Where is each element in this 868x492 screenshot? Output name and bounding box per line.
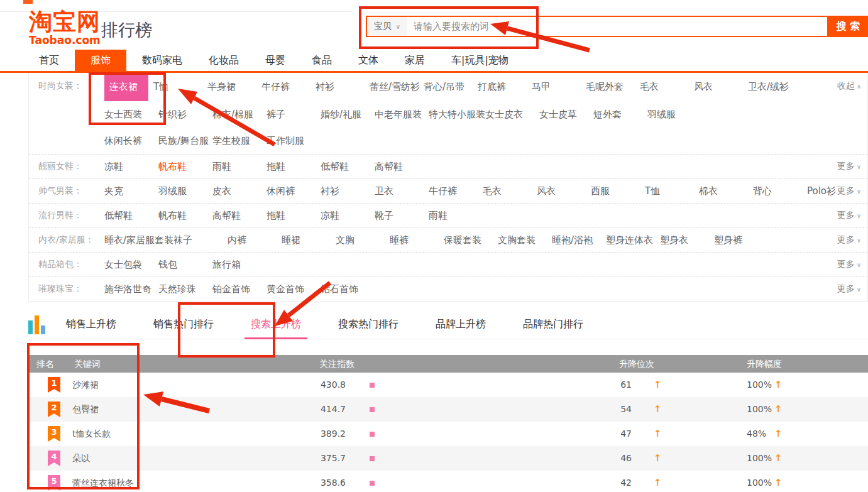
category-item[interactable]: 女士皮衣 [485,102,539,128]
category-item[interactable]: 卫衣 [375,180,429,203]
category-item[interactable]: 雨鞋 [429,204,483,227]
category-item[interactable]: 毛呢外套 [586,74,640,100]
category-item[interactable]: 休闲长裤 [104,128,158,154]
keyword-cell[interactable]: t恤女长款 [72,422,111,446]
taobao-logo[interactable]: 淘宝网 Taobao.com [29,10,101,46]
category-item[interactable]: 婚纱/礼服 [321,102,375,128]
category-item[interactable]: 施华洛世奇 [104,278,158,301]
category-item[interactable]: 睡衣/家居服套装 [104,229,173,252]
category-item[interactable]: 塑身连体衣 [606,229,660,252]
category-item[interactable]: 文胸 [336,229,390,252]
category-item[interactable]: 棉衣 [699,180,753,203]
table-row[interactable]: 5 蕾丝连衣裙秋冬 358.6 42 ↑ 100%↑ [28,471,868,492]
category-item[interactable]: 雨鞋 [212,155,266,178]
more-link[interactable]: 更多∨ [837,179,861,203]
category-item[interactable]: 夹克 [104,180,158,203]
nav-tab[interactable]: 车|玩具|宠物 [441,50,519,71]
category-item[interactable]: 靴子 [375,204,429,227]
category-item[interactable]: 袜子 [173,229,228,252]
keyword-cell[interactable]: 包臀裙 [72,397,99,422]
category-item[interactable]: 旅行箱 [212,253,266,276]
category-item[interactable]: 特大特小服装 [429,102,485,128]
category-item[interactable]: 塑身衣 [660,229,714,252]
category-item[interactable]: 睡裙 [282,229,336,252]
category-item[interactable]: 半身裙 [207,74,261,100]
category-item[interactable]: 工作制服 [266,128,321,154]
category-item[interactable]: 短外套 [593,102,647,128]
category-item[interactable]: 帆布鞋 [158,155,212,178]
search-button[interactable]: 搜 索 [828,16,868,37]
category-item[interactable]: 蕾丝/雪纺衫 [370,74,424,100]
category-item[interactable]: 女士西装 [104,102,158,128]
category-item[interactable]: 拖鞋 [266,155,321,178]
table-row[interactable]: 1 沙滩裙 430.8 61 ↑ 100%↑ [28,373,868,397]
category-item[interactable]: 卫衣/绒衫 [748,74,802,100]
nav-tab[interactable]: 数码家电 [131,50,193,71]
category-item[interactable]: 皮衣 [212,180,266,203]
keyword-cell[interactable]: 沙滩裙 [72,373,99,397]
category-item[interactable]: 文胸套装 [498,229,552,252]
category-item[interactable]: 马甲 [532,74,586,100]
more-link[interactable]: 更多∨ [837,204,861,227]
category-item[interactable]: 棉衣/棉服 [212,102,266,128]
category-item[interactable]: 睡袍/浴袍 [552,229,606,252]
category-item[interactable]: 背心/吊带 [424,74,478,100]
search-category-select[interactable]: 宝贝 ∨ [367,17,407,36]
category-item[interactable]: 低帮鞋 [321,155,375,178]
ranking-tab[interactable]: 销售上升榜 [60,311,123,339]
keyword-cell[interactable]: 朵以 [72,446,90,471]
keyword-cell[interactable]: 蕾丝连衣裙秋冬 [72,471,134,492]
more-link[interactable]: 更多∨ [837,277,861,301]
category-item[interactable]: 牛仔裤 [429,180,483,203]
category-item[interactable]: 毛衣 [483,180,537,203]
category-item[interactable]: 背心 [753,180,807,203]
category-item[interactable]: 羽绒服 [158,180,212,203]
nav-tab[interactable]: 家居 [394,50,436,71]
category-item[interactable]: 风衣 [694,74,748,100]
category-item[interactable]: 钻石首饰 [321,278,375,301]
category-item[interactable]: 黄金首饰 [266,278,321,301]
nav-tab[interactable]: 服饰 [75,50,126,71]
category-item[interactable]: 钱包 [158,253,212,276]
category-item[interactable]: 天然珍珠 [158,278,212,301]
category-item[interactable]: 连衣裙 [104,73,148,101]
category-item[interactable]: 睡裤 [390,229,444,252]
category-item[interactable]: 铂金首饰 [212,278,266,301]
category-item[interactable]: 凉鞋 [321,204,375,227]
category-item[interactable]: T恤 [645,180,699,203]
category-item[interactable]: 中老年服装 [375,102,429,128]
collapse-link[interactable]: 收起∧ [837,73,861,99]
more-link[interactable]: 更多∨ [837,155,861,178]
category-item[interactable]: 打底裤 [478,74,532,100]
search-input[interactable] [407,17,827,36]
nav-tab[interactable]: 文体 [348,50,389,71]
nav-tab[interactable]: 母婴 [255,50,296,71]
category-item[interactable]: 拖鞋 [266,204,321,227]
category-item[interactable]: 羽绒服 [647,102,701,128]
category-item[interactable]: 高帮鞋 [212,204,266,227]
more-link[interactable]: 更多∨ [837,253,861,276]
category-item[interactable]: 裤子 [266,102,321,128]
category-item[interactable]: 牛仔裤 [261,74,316,100]
category-item[interactable]: 塑身裤 [714,229,768,252]
category-item[interactable]: 高帮鞋 [375,155,429,178]
category-item[interactable]: 衬衫 [321,180,375,203]
category-item[interactable]: 风衣 [537,180,591,203]
ranking-tab[interactable]: 品牌上升榜 [429,311,492,339]
category-item[interactable]: 保暖套装 [444,229,498,252]
category-item[interactable]: 内裤 [228,229,282,252]
category-item[interactable]: T恤 [153,74,207,100]
ranking-tab[interactable]: 搜索上升榜 [244,311,307,339]
category-item[interactable]: 民族/舞台服 [158,128,212,154]
category-item[interactable]: 低帮鞋 [104,204,158,227]
category-item[interactable]: 毛衣 [640,74,694,100]
ranking-tab[interactable]: 销售热门排行 [147,311,220,339]
nav-tab[interactable]: 化妆品 [198,50,250,71]
category-item[interactable]: 针织衫 [158,102,212,128]
category-item[interactable]: 凉鞋 [104,155,158,178]
category-item[interactable]: 西服 [591,180,645,203]
more-link[interactable]: 更多∨ [837,228,861,252]
ranking-tab[interactable]: 搜索热门排行 [332,311,405,339]
nav-tab[interactable]: 食品 [301,50,343,71]
ranking-tab[interactable]: 品牌热门排行 [517,311,590,339]
